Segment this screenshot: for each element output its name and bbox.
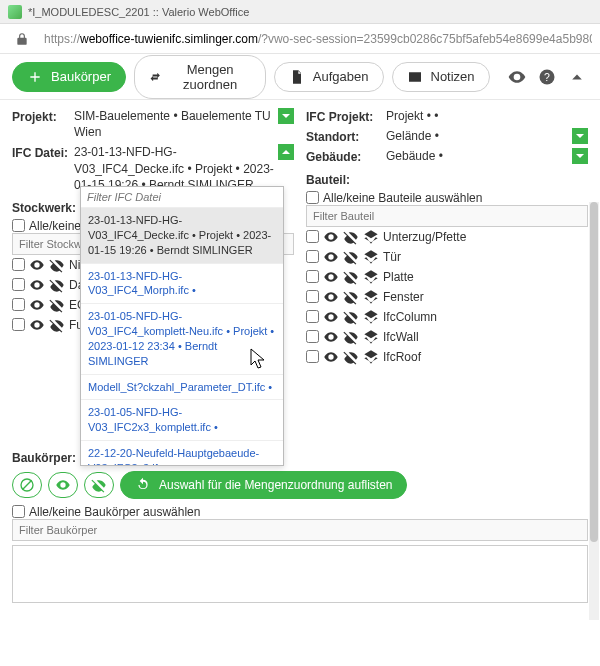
ifc-datei-filter-input[interactable] xyxy=(81,187,283,208)
mengen-button[interactable]: Mengen zuordnen xyxy=(134,55,266,99)
scrollbar-thumb[interactable] xyxy=(590,202,598,542)
ifc-dropdown-item[interactable]: 23-01-13-NFD-HG-V03_IFC4_Decke.ifc • Pro… xyxy=(81,208,283,263)
ifcprojekt-label: IFC Projekt: xyxy=(306,108,386,124)
aufgaben-button[interactable]: Aufgaben xyxy=(274,62,384,92)
ifc-dropdown-item[interactable]: 23-01-05-NFD-HG-V03_IFC4_komplett-Neu.if… xyxy=(81,303,283,373)
bauteil-row[interactable]: Fenster xyxy=(306,287,588,307)
alle-keine-bauteile[interactable]: Alle/keine Bauteile auswählen xyxy=(306,191,588,205)
bauteil-label: Bauteil: xyxy=(306,173,588,187)
standort-dropdown-icon[interactable] xyxy=(572,128,588,144)
ifc-datei-value: 23-01-13-NFD-HG-V03_IFC4_Decke.ifc • Pro… xyxy=(74,145,274,191)
url-text[interactable]: https://weboffice-tuwienifc.simlinger.co… xyxy=(44,32,592,46)
eye-icon[interactable] xyxy=(323,249,339,265)
eye-off-icon[interactable] xyxy=(49,297,65,313)
eye-icon[interactable] xyxy=(29,257,45,273)
projekt-dropdown-icon[interactable] xyxy=(278,108,294,124)
ifc-dropdown-item[interactable]: 23-01-13-NFD-HG-V03_IFC4_Morph.ifc • xyxy=(81,263,283,304)
bauteil-text: Fenster xyxy=(383,290,424,304)
gebaeude-value: Gebäude • xyxy=(386,149,443,163)
bauteil-row[interactable]: Unterzug/Pfette xyxy=(306,227,588,247)
layers-icon[interactable] xyxy=(363,229,379,245)
layers-icon[interactable] xyxy=(363,309,379,325)
alle-keine-baukoerper[interactable]: Alle/keine Baukörper auswählen xyxy=(12,505,588,519)
help-icon[interactable] xyxy=(536,63,558,91)
bauteil-row[interactable]: IfcColumn xyxy=(306,307,588,327)
layers-icon[interactable] xyxy=(363,249,379,265)
ifc-datei-dropdown-list: 23-01-13-NFD-HG-V03_IFC4_Decke.ifc • Pro… xyxy=(80,186,284,466)
eye-off-icon[interactable] xyxy=(343,309,359,325)
window-title: *I_MODULEDESC_2201 :: Valerio WebOffice xyxy=(28,6,249,18)
ifc-dropdown-item[interactable]: 23-01-05-NFD-HG-V03_IFC2x3_komplett.ifc … xyxy=(81,399,283,440)
gebaeude-label: Gebäude: xyxy=(306,148,386,164)
baukoerper-list-area xyxy=(12,545,588,603)
standort-value: Gelände • xyxy=(386,129,439,143)
ifc-datei-label: IFC Datei: xyxy=(12,144,74,160)
collapse-up-icon[interactable] xyxy=(566,63,588,91)
ifcprojekt-value: Projekt • • xyxy=(386,109,438,123)
bauteil-row[interactable]: IfcRoof xyxy=(306,347,588,367)
filter-baukoerper-input[interactable] xyxy=(12,519,588,541)
browser-urlbar: https://weboffice-tuwienifc.simlinger.co… xyxy=(0,24,600,54)
eye-icon[interactable] xyxy=(29,317,45,333)
eye-off-icon[interactable] xyxy=(343,249,359,265)
auflisten-button[interactable]: Auswahl für die Mengenzuordnung aufliste… xyxy=(120,471,407,499)
auflisten-label: Auswahl für die Mengenzuordnung aufliste… xyxy=(159,478,392,492)
ifc-datei-dropdown-icon[interactable] xyxy=(278,144,294,160)
eye-icon[interactable] xyxy=(323,349,339,365)
eye-icon[interactable] xyxy=(323,329,339,345)
notizen-label: Notizen xyxy=(431,69,475,84)
eye-icon[interactable] xyxy=(29,277,45,293)
bauteil-text: IfcWall xyxy=(383,330,419,344)
bauteil-row[interactable]: IfcWall xyxy=(306,327,588,347)
window-titlebar: *I_MODULEDESC_2201 :: Valerio WebOffice xyxy=(0,0,600,24)
ifc-dropdown-item[interactable]: 22-12-20-Neufeld-Hauptgebaeude-V03_IFC2x… xyxy=(81,440,283,466)
eye-icon[interactable] xyxy=(323,229,339,245)
left-panel: Projekt: SIM-Bauelemente • Bauelemente T… xyxy=(12,108,294,367)
right-panel: IFC Projekt:Projekt • • Standort:Gelände… xyxy=(294,108,588,367)
aufgaben-label: Aufgaben xyxy=(313,69,369,84)
bauteil-text: Platte xyxy=(383,270,414,284)
layers-icon[interactable] xyxy=(363,349,379,365)
layers-icon[interactable] xyxy=(363,329,379,345)
lock-icon xyxy=(8,25,36,53)
eye-off-icon[interactable] xyxy=(49,257,65,273)
eye-off-icon[interactable] xyxy=(343,269,359,285)
eye-off-icon[interactable] xyxy=(343,329,359,345)
eye-icon[interactable] xyxy=(323,269,339,285)
eye-off-icon[interactable] xyxy=(343,289,359,305)
baukoerper-label: Baukörper xyxy=(51,69,111,84)
filter-bauteil-input[interactable] xyxy=(306,205,588,227)
eye-off-icon[interactable] xyxy=(343,349,359,365)
layers-icon[interactable] xyxy=(363,269,379,285)
eye-off-icon[interactable] xyxy=(343,229,359,245)
notizen-button[interactable]: Notizen xyxy=(392,62,490,92)
ifc-dropdown-item[interactable]: Modell_St?ckzahl_Parameter_DT.ifc • xyxy=(81,374,283,400)
projekt-label: Projekt: xyxy=(12,108,74,124)
visibility-eye-icon[interactable] xyxy=(506,63,528,91)
projekt-value: SIM-Bauelemente • Bauelemente TU Wien xyxy=(74,109,271,139)
eye-off-icon[interactable] xyxy=(49,317,65,333)
standort-label: Standort: xyxy=(306,128,386,144)
gebaeude-dropdown-icon[interactable] xyxy=(572,148,588,164)
eye-icon[interactable] xyxy=(29,297,45,313)
bauteil-row[interactable]: Platte xyxy=(306,267,588,287)
app-favicon xyxy=(8,5,22,19)
pill-hide-button[interactable] xyxy=(84,472,114,498)
pill-disable-button[interactable] xyxy=(12,472,42,498)
pill-show-button[interactable] xyxy=(48,472,78,498)
eye-icon[interactable] xyxy=(323,309,339,325)
bauteil-text: Unterzug/Pfette xyxy=(383,230,466,244)
eye-off-icon[interactable] xyxy=(49,277,65,293)
bauteil-text: IfcRoof xyxy=(383,350,421,364)
bauteil-row[interactable]: Tür xyxy=(306,247,588,267)
baukoerper-button[interactable]: Baukörper xyxy=(12,62,126,92)
bauteil-text: IfcColumn xyxy=(383,310,437,324)
page-scrollbar[interactable] xyxy=(589,202,599,620)
layers-icon[interactable] xyxy=(363,289,379,305)
bauteil-text: Tür xyxy=(383,250,401,264)
main-toolbar: Baukörper Mengen zuordnen Aufgaben Notiz… xyxy=(0,54,600,100)
mengen-label: Mengen zuordnen xyxy=(169,62,250,92)
eye-icon[interactable] xyxy=(323,289,339,305)
